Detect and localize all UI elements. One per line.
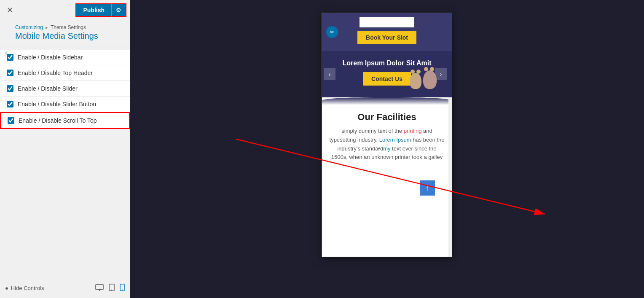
desktop-view-button[interactable] <box>95 284 104 293</box>
slider-section: Lorem Ipsum Dolor Sit Amit Contact Us ‹ … <box>322 51 452 97</box>
svg-point-6 <box>122 290 123 290</box>
left-panel: ✕ Publish ⚙ ‹ Customizing ► Theme Settin… <box>0 0 130 298</box>
edit-icon: ✏ <box>326 26 338 38</box>
menu-item-slider[interactable]: Enable / Disable Slider <box>0 81 130 97</box>
facilities-section: Our Facilities simply dummy text of the … <box>322 105 452 169</box>
lorem-ipsum-text: Lorem Ipsum <box>379 137 411 143</box>
breadcrumb-separator: ► <box>45 25 49 30</box>
back-button[interactable]: ‹ <box>5 49 7 56</box>
hide-controls-circle-icon: ● <box>5 285 8 291</box>
menu-item-top-header-label: Enable / Disable Top Header <box>18 70 93 76</box>
book-slot-button[interactable]: Book Your Slot <box>357 31 416 44</box>
main-preview-area: ✏ Book Your Slot Lorem Ipsum Dolor Sit A… <box>130 0 644 298</box>
menu-item-sidebar-label: Enable / Disable Sidebar <box>18 54 83 61</box>
dummy-text: my <box>383 145 390 152</box>
mobile-view-button[interactable] <box>120 284 125 293</box>
checkbox-scroll-to-top[interactable] <box>8 117 14 124</box>
strikethrough-text: r <box>378 145 380 152</box>
menu-item-slider-label: Enable / Disable Slider <box>18 85 78 92</box>
publish-group: Publish ⚙ <box>75 3 126 17</box>
menu-item-scroll-to-top[interactable]: Enable / Disable Scroll To Top <box>0 112 130 129</box>
scroll-to-top-button[interactable]: ↑ <box>420 180 435 196</box>
breadcrumb: Customizing ► Theme Settings <box>15 24 123 30</box>
view-icons <box>95 284 125 293</box>
menu-item-slider-button[interactable]: Enable / Disable Slider Button <box>0 97 130 112</box>
breadcrumb-customizing[interactable]: Customizing <box>15 24 43 30</box>
publish-button[interactable]: Publish <box>75 3 111 17</box>
menu-item-slider-button-label: Enable / Disable Slider Button <box>18 101 96 107</box>
bear-2 <box>423 70 437 89</box>
svg-rect-0 <box>96 285 103 290</box>
close-button[interactable]: ✕ <box>3 4 16 16</box>
slider-prev-button[interactable]: ‹ <box>324 68 335 80</box>
cloud-divider <box>322 97 452 105</box>
checkbox-sidebar[interactable] <box>7 54 13 61</box>
menu-item-top-header[interactable]: Enable / Disable Top Header <box>0 65 130 81</box>
gear-button[interactable]: ⚙ <box>111 3 126 17</box>
tablet-view-button[interactable] <box>109 284 115 293</box>
svg-point-4 <box>111 290 112 290</box>
menu-item-sidebar[interactable]: Enable / Disable Sidebar <box>0 50 130 65</box>
hide-controls-button[interactable]: ● Hide Controls <box>5 285 44 291</box>
checkbox-slider-button[interactable] <box>7 101 13 107</box>
breadcrumb-theme-settings: Theme Settings <box>51 24 86 30</box>
top-section: ✏ Book Your Slot <box>322 13 452 51</box>
page-title: Mobile Media Settings <box>15 31 123 41</box>
facilities-title: Our Facilities <box>329 112 445 123</box>
contact-us-button[interactable]: Contact Us <box>363 72 411 86</box>
bottom-bar: ● Hide Controls <box>0 278 130 298</box>
hide-controls-label: Hide Controls <box>11 285 44 291</box>
checkbox-top-header[interactable] <box>7 70 13 76</box>
input-bar <box>360 17 414 27</box>
mobile-preview-frame: ✏ Book Your Slot Lorem Ipsum Dolor Sit A… <box>322 13 452 257</box>
facilities-text: simply dummy text of the printing and ty… <box>329 127 445 162</box>
checkbox-slider[interactable] <box>7 85 13 92</box>
bear-decoration <box>410 55 439 89</box>
bear-1 <box>410 73 421 89</box>
menu-item-scroll-to-top-label: Enable / Disable Scroll To Top <box>19 117 97 124</box>
menu-items-list: Enable / Disable Sidebar Enable / Disabl… <box>0 46 130 278</box>
top-bar: ✕ Publish ⚙ <box>0 0 130 20</box>
printing-text: printing <box>404 128 422 134</box>
